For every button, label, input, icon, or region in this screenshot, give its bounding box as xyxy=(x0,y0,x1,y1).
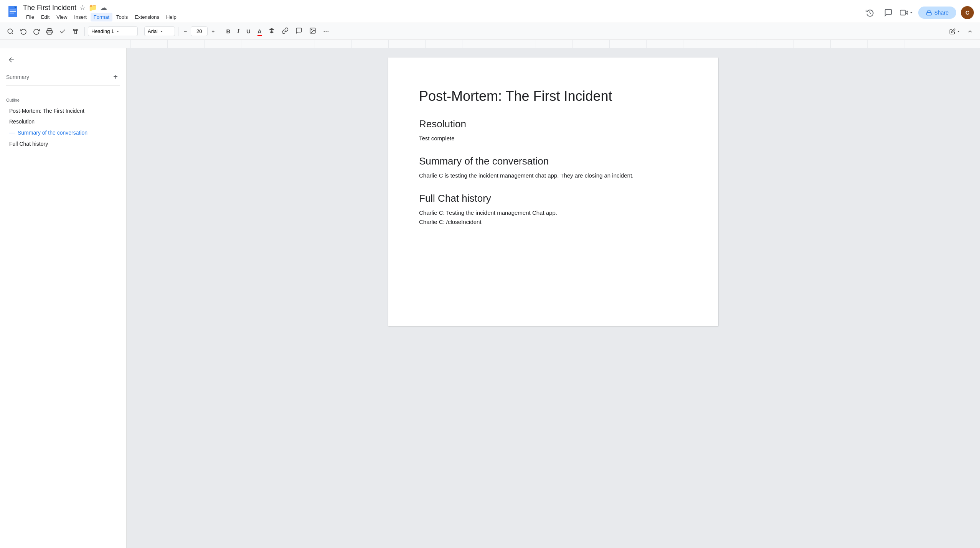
text-color-button[interactable]: A xyxy=(255,26,264,36)
menu-help[interactable]: Help xyxy=(163,13,180,21)
title-and-menu: The First Incident ☆ 📁 ☁ File Edit View … xyxy=(23,3,180,21)
doc-heading-resolution: Resolution xyxy=(419,118,688,130)
print-button[interactable] xyxy=(44,26,55,36)
folder-icon[interactable]: 📁 xyxy=(89,3,97,12)
doc-title-row: The First Incident ☆ 📁 ☁ xyxy=(23,3,180,12)
title-bar-right: Share C xyxy=(863,6,974,20)
ruler-inner xyxy=(130,40,980,48)
back-button[interactable] xyxy=(6,54,17,67)
share-button[interactable]: Share xyxy=(918,7,956,19)
underline-button[interactable]: U xyxy=(244,26,253,36)
paint-format-button[interactable] xyxy=(70,26,81,36)
toolbar: Heading 1 Arial − 20 + B I U A ⋯ xyxy=(0,23,980,40)
undo-button[interactable] xyxy=(18,26,29,36)
svg-point-14 xyxy=(311,29,312,30)
sidebar-header xyxy=(0,48,126,72)
style-value: Heading 1 xyxy=(91,28,114,34)
doc-title: The First Incident xyxy=(23,4,76,12)
style-dropdown[interactable]: Heading 1 xyxy=(88,26,138,36)
summary-divider xyxy=(6,85,120,86)
doc-area[interactable]: Post-Mortem: The First Incident Resoluti… xyxy=(127,48,980,548)
link-button[interactable] xyxy=(279,26,291,37)
divider-3 xyxy=(178,27,178,36)
svg-rect-9 xyxy=(927,12,931,15)
svg-point-10 xyxy=(8,29,12,33)
svg-line-11 xyxy=(12,33,13,34)
doc-heading-summary: Summary of the conversation xyxy=(419,155,688,167)
font-value: Arial xyxy=(148,28,158,34)
outline-item-chat[interactable]: Full Chat history xyxy=(6,138,120,149)
image-button[interactable] xyxy=(307,26,319,37)
main-area: Summary + Outline Post-Mortem: The First… xyxy=(0,48,980,548)
title-bar-left: The First Incident ☆ 📁 ☁ File Edit View … xyxy=(6,3,863,21)
summary-header: Summary + xyxy=(6,72,120,82)
doc-section-chat: Full Chat history Charlie C: Testing the… xyxy=(419,193,688,227)
font-size-input[interactable]: 20 xyxy=(191,26,208,36)
doc-body-resolution: Test complete xyxy=(419,134,688,143)
italic-button[interactable]: I xyxy=(234,26,242,36)
menu-bar: File Edit View Insert Format Tools Exten… xyxy=(23,13,180,21)
svg-rect-12 xyxy=(48,32,51,34)
svg-rect-5 xyxy=(10,11,16,12)
ruler xyxy=(0,40,980,48)
outline-section: Outline Post-Mortem: The First Incident … xyxy=(0,98,126,149)
menu-file[interactable]: File xyxy=(23,13,37,21)
cloud-icon[interactable]: ☁ xyxy=(100,3,107,12)
sidebar: Summary + Outline Post-Mortem: The First… xyxy=(0,48,127,548)
add-summary-button[interactable]: + xyxy=(111,72,120,82)
outline-item-chat-label: Full Chat history xyxy=(9,141,48,147)
outline-item-title[interactable]: Post-Mortem: The First Incident xyxy=(6,105,120,116)
outline-item-resolution[interactable]: Resolution xyxy=(6,116,120,127)
outline-item-resolution-label: Resolution xyxy=(9,118,35,125)
menu-insert[interactable]: Insert xyxy=(71,13,90,21)
outline-item-title-label: Post-Mortem: The First Incident xyxy=(9,108,84,114)
toolbar-right xyxy=(947,27,975,36)
summary-label: Summary xyxy=(6,74,29,80)
spellcheck-button[interactable] xyxy=(57,26,68,36)
doc-section-summary: Summary of the conversation Charlie C is… xyxy=(419,155,688,180)
collapse-button[interactable] xyxy=(965,27,975,36)
outline-item-summary-label: Summary of the conversation xyxy=(18,130,87,136)
menu-extensions[interactable]: Extensions xyxy=(132,13,162,21)
divider-1 xyxy=(84,27,85,36)
svg-rect-4 xyxy=(10,10,16,10)
doc-heading-chat: Full Chat history xyxy=(419,193,688,204)
svg-marker-7 xyxy=(905,11,907,14)
summary-section: Summary + xyxy=(0,72,126,98)
comment-toolbar-button[interactable] xyxy=(293,26,305,37)
outline-item-summary[interactable]: — Summary of the conversation xyxy=(6,127,120,138)
doc-body-summary: Charlie C is testing the incident manage… xyxy=(419,171,688,180)
chat-line-2: Charlie C: /closeIncident xyxy=(419,219,482,225)
bold-button[interactable]: B xyxy=(223,26,233,36)
comments-button[interactable] xyxy=(881,6,895,20)
divider-4 xyxy=(220,27,220,36)
outline-active-dash: — xyxy=(9,129,15,136)
title-bar: The First Incident ☆ 📁 ☁ File Edit View … xyxy=(0,0,980,23)
outline-label: Outline xyxy=(6,98,120,102)
video-button[interactable] xyxy=(900,6,914,20)
more-button[interactable]: ⋯ xyxy=(320,26,332,36)
redo-button[interactable] xyxy=(31,26,42,36)
font-dropdown[interactable]: Arial xyxy=(144,26,175,36)
star-icon[interactable]: ☆ xyxy=(79,3,86,12)
share-label: Share xyxy=(934,10,949,16)
svg-rect-6 xyxy=(10,13,14,13)
font-size-increase[interactable]: + xyxy=(209,27,217,36)
svg-rect-8 xyxy=(900,10,906,15)
chat-line-1: Charlie C: Testing the incident manageme… xyxy=(419,209,557,216)
doc-title-heading: Post-Mortem: The First Incident xyxy=(419,88,688,104)
menu-format[interactable]: Format xyxy=(91,13,112,21)
search-button[interactable] xyxy=(5,26,16,36)
menu-tools[interactable]: Tools xyxy=(113,13,131,21)
font-size-decrease[interactable]: − xyxy=(181,27,189,36)
highlight-button[interactable] xyxy=(266,26,277,36)
doc-body-chat: Charlie C: Testing the incident manageme… xyxy=(419,208,688,227)
history-button[interactable] xyxy=(863,6,877,20)
doc-section-resolution: Resolution Test complete xyxy=(419,118,688,143)
user-avatar[interactable]: C xyxy=(961,6,974,19)
menu-view[interactable]: View xyxy=(53,13,70,21)
edit-mode-button[interactable] xyxy=(947,27,963,36)
doc-icon xyxy=(6,5,20,20)
divider-2 xyxy=(141,27,141,36)
menu-edit[interactable]: Edit xyxy=(38,13,53,21)
